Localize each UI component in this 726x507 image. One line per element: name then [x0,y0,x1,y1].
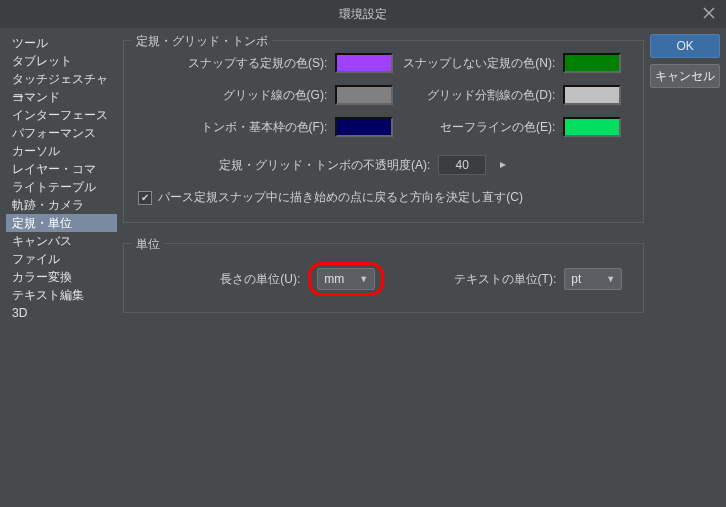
nosnap-color-label: スナップしない定規の色(N): [393,55,563,72]
window-title: 環境設定 [0,6,726,23]
chevron-down-icon: ▼ [359,274,368,284]
sidebar-item[interactable]: 3D [6,304,117,322]
sidebar-item[interactable]: カーソル [6,142,117,160]
sidebar-item[interactable]: キャンバス [6,232,117,250]
nosnap-color-well[interactable] [563,53,621,73]
grid-line-label: グリッド線の色(G): [145,87,335,104]
sidebar-item[interactable]: ライトテーブル [6,178,117,196]
perspective-snap-checkbox[interactable] [138,191,152,205]
sidebar-item[interactable]: コマンド [6,88,117,106]
preferences-window: 環境設定 ツールタブレットタッチジェスチャーコマンドインターフェースパフォーマン… [0,0,726,507]
text-unit-label: テキストの単位(T): [414,271,564,288]
group-title: 単位 [132,236,164,253]
chevron-down-icon: ▼ [606,274,615,284]
text-unit-value: pt [571,272,581,286]
units-group: 単位 長さの単位(U): mm ▼ テキストの単位(T): pt ▼ [123,243,644,313]
safeline-label: セーフラインの色(E): [393,119,563,136]
grid-div-label: グリッド分割線の色(D): [393,87,563,104]
sidebar-item[interactable]: 軌跡・カメラ [6,196,117,214]
grid-div-color-well[interactable] [563,85,621,105]
content-area: ツールタブレットタッチジェスチャーコマンドインターフェースパフォーマンスカーソル… [0,28,726,507]
length-unit-label: 長さの単位(U): [138,271,308,288]
main-panel: 定規・グリッド・トンボ スナップする定規の色(S): スナップしない定規の色(N… [123,34,644,501]
sidebar-item[interactable]: 定規・単位 [6,214,117,232]
dialog-buttons: OK キャンセル [650,34,720,501]
sidebar-item[interactable]: ツール [6,34,117,52]
sidebar-item[interactable]: インターフェース [6,106,117,124]
opacity-label: 定規・グリッド・トンボの不透明度(A): [138,157,438,174]
tombo-color-well[interactable] [335,117,393,137]
group-title: 定規・グリッド・トンボ [132,33,272,50]
sidebar-item[interactable]: タブレット [6,52,117,70]
cancel-button[interactable]: キャンセル [650,64,720,88]
ok-button[interactable]: OK [650,34,720,58]
opacity-input[interactable]: 40 [438,155,486,175]
sidebar: ツールタブレットタッチジェスチャーコマンドインターフェースパフォーマンスカーソル… [6,34,117,501]
highlight-annotation: mm ▼ [308,262,384,296]
snap-color-label: スナップする定規の色(S): [145,55,335,72]
length-unit-select[interactable]: mm ▼ [317,268,375,290]
sidebar-item[interactable]: パフォーマンス [6,124,117,142]
sidebar-item[interactable]: レイヤー・コマ [6,160,117,178]
grid-line-color-well[interactable] [335,85,393,105]
ruler-grid-group: 定規・グリッド・トンボ スナップする定規の色(S): スナップしない定規の色(N… [123,40,644,223]
sidebar-item[interactable]: ファイル [6,250,117,268]
sidebar-item[interactable]: テキスト編集 [6,286,117,304]
sidebar-item[interactable]: タッチジェスチャー [6,70,117,88]
perspective-snap-label: パース定規スナップ中に描き始めの点に戻ると方向を決定し直す(C) [158,189,523,206]
sidebar-item[interactable]: カラー変換 [6,268,117,286]
close-icon[interactable] [702,6,718,22]
tombo-label: トンボ・基本枠の色(F): [145,119,335,136]
opacity-slider-icon[interactable] [494,156,512,174]
safeline-color-well[interactable] [563,117,621,137]
titlebar: 環境設定 [0,0,726,28]
text-unit-select[interactable]: pt ▼ [564,268,622,290]
snap-color-well[interactable] [335,53,393,73]
length-unit-value: mm [324,272,344,286]
